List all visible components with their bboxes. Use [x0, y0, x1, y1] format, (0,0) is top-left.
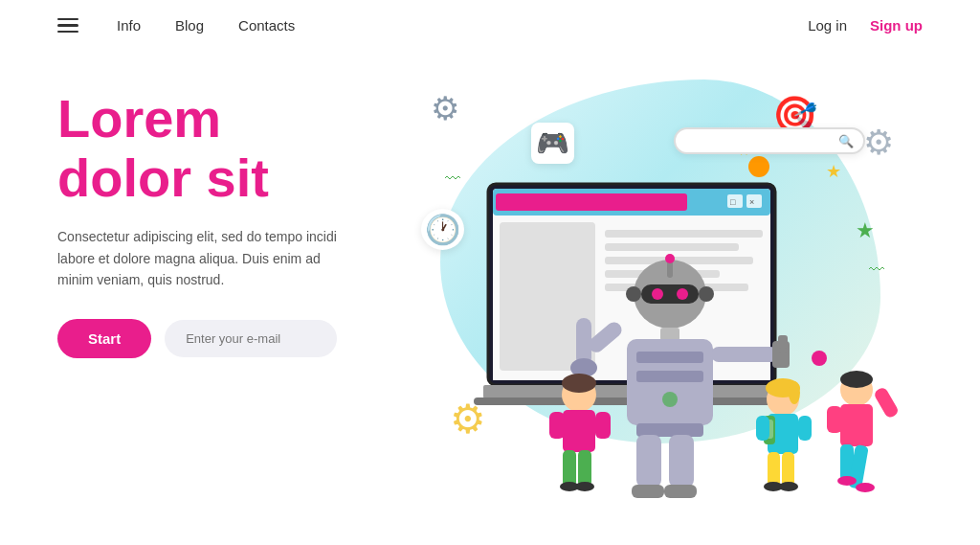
- nav-links: Info Blog Contacts: [117, 17, 769, 34]
- cta-row: Start: [57, 319, 421, 358]
- svg-rect-10: [605, 230, 763, 238]
- pink-circle-icon: [812, 351, 827, 366]
- svg-rect-59: [768, 452, 780, 487]
- nav-link-blog[interactable]: Blog: [175, 17, 204, 34]
- svg-rect-67: [873, 386, 900, 420]
- navbar: Info Blog Contacts Log in Sign up: [0, 0, 980, 51]
- svg-point-19: [652, 288, 663, 300]
- svg-rect-41: [664, 485, 697, 498]
- main-content: Lorem dolor sit Consectetur adipiscing e…: [0, 51, 980, 529]
- svg-point-43: [562, 374, 596, 393]
- svg-point-20: [677, 288, 688, 300]
- svg-point-62: [779, 482, 798, 491]
- gear-medium-icon: ⚙: [431, 89, 459, 127]
- star-decoration-1: ★: [826, 161, 841, 182]
- svg-point-21: [626, 286, 641, 302]
- hero-description: Consectetur adipiscing elit, sed do temp…: [57, 226, 345, 290]
- star-decoration-2: ★: [856, 218, 875, 243]
- svg-rect-33: [711, 347, 778, 362]
- svg-rect-58: [798, 416, 812, 441]
- email-input[interactable]: [165, 320, 337, 357]
- svg-rect-60: [782, 452, 794, 487]
- nav-actions: Log in Sign up: [808, 17, 923, 34]
- svg-point-64: [840, 371, 873, 388]
- svg-point-22: [699, 286, 714, 302]
- yellow-star-icon: ★: [826, 162, 841, 181]
- squiggle-decoration-1: 〰: [445, 170, 460, 188]
- svg-rect-57: [756, 416, 769, 441]
- svg-rect-25: [660, 328, 679, 341]
- svg-rect-38: [636, 435, 661, 488]
- svg-rect-46: [595, 412, 611, 439]
- svg-rect-47: [563, 450, 576, 487]
- main-illustration: □ ×: [431, 126, 909, 529]
- svg-rect-65: [840, 404, 873, 446]
- squiggle-icon-1: 〰: [445, 170, 460, 187]
- login-button[interactable]: Log in: [808, 17, 847, 34]
- right-section: ⚙ ⚙ ⚙ 🎯 🕐 🎮 ★ ★ ★ 〰 〰 🔍: [421, 70, 923, 529]
- svg-rect-27: [636, 352, 703, 363]
- hamburger-menu[interactable]: [57, 18, 78, 34]
- svg-point-29: [662, 392, 678, 407]
- svg-rect-18: [641, 284, 699, 304]
- hero-title-line1: Lorem: [57, 89, 421, 148]
- svg-point-53: [789, 381, 800, 404]
- game-controller-icon: 🎮: [531, 123, 574, 164]
- search-bar: 🔍: [674, 127, 865, 154]
- orange-dot-decoration: [748, 156, 769, 177]
- hero-title-line2: dolor sit: [57, 148, 421, 208]
- clock-icon: 🕐: [421, 209, 464, 250]
- nav-link-contacts[interactable]: Contacts: [238, 17, 295, 34]
- svg-rect-44: [563, 410, 595, 452]
- svg-rect-39: [632, 485, 664, 498]
- gear-right-icon: ⚙: [863, 123, 894, 163]
- svg-rect-35: [778, 335, 788, 349]
- svg-rect-40: [669, 435, 694, 488]
- nav-link-info[interactable]: Info: [117, 17, 141, 34]
- svg-point-24: [665, 254, 675, 263]
- pink-dot-decoration: [812, 351, 827, 366]
- green-star-icon: ★: [856, 218, 875, 242]
- search-icon: 🔍: [838, 134, 854, 148]
- gear-large-icon: ⚙: [450, 396, 486, 443]
- signup-button[interactable]: Sign up: [870, 17, 923, 34]
- svg-text:□: □: [730, 197, 736, 207]
- svg-rect-66: [827, 406, 842, 433]
- svg-rect-28: [636, 371, 703, 382]
- hero-title: Lorem dolor sit: [57, 89, 421, 207]
- left-section: Lorem dolor sit Consectetur adipiscing e…: [57, 70, 421, 529]
- svg-rect-45: [549, 412, 565, 439]
- squiggle-icon-2: 〰: [869, 261, 884, 278]
- svg-rect-36: [778, 352, 788, 366]
- svg-rect-3: [496, 193, 687, 211]
- start-button[interactable]: Start: [57, 319, 151, 358]
- squiggle-decoration-2: 〰: [869, 261, 884, 279]
- svg-point-70: [837, 476, 857, 486]
- svg-rect-11: [605, 243, 739, 251]
- svg-rect-48: [578, 450, 591, 487]
- svg-rect-37: [636, 423, 703, 437]
- svg-text:×: ×: [749, 197, 754, 207]
- svg-point-50: [575, 482, 594, 491]
- svg-point-71: [856, 483, 875, 492]
- orange-circle-icon: [748, 156, 769, 177]
